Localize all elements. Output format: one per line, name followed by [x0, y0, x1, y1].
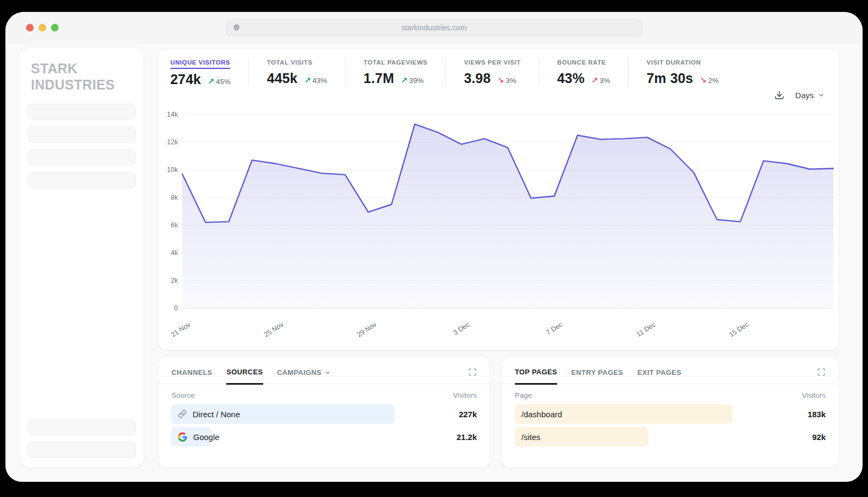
source-row-direct[interactable]: Direct / None 227k	[171, 404, 477, 424]
divider	[628, 59, 629, 85]
svg-text:3 Dec: 3 Dec	[452, 321, 471, 337]
chevron-down-icon	[818, 92, 825, 99]
svg-text:0: 0	[174, 304, 178, 312]
sources-tabs: CHANNELS SOURCES CAMPAIGNS	[158, 357, 490, 384]
page-row-sites[interactable]: /sites 92k	[515, 427, 826, 447]
metric-visit-duration[interactable]: VISIT DURATION 7m 30s ↘2%	[647, 57, 737, 86]
sidebar-nav-placeholder	[28, 419, 136, 435]
pages-panel: TOP PAGES ENTRY PAGES EXIT PAGES Page Vi…	[502, 357, 839, 468]
visitors-chart[interactable]: 02k4k6k8k10k12k14k21 Nov25 Nov29 Nov3 De…	[158, 106, 839, 349]
browser-chrome: starkindustries.com	[5, 12, 863, 43]
shield-icon	[233, 23, 241, 32]
google-icon	[178, 432, 187, 442]
sidebar-nav-placeholder	[28, 172, 136, 188]
svg-text:2k: 2k	[171, 277, 178, 284]
svg-text:21 Nov: 21 Nov	[170, 320, 192, 339]
source-visitors: 227k	[459, 410, 477, 419]
sidebar-nav-placeholder	[28, 104, 136, 120]
brand-line-2: INDUSTRIES	[31, 77, 132, 93]
svg-text:15 Dec: 15 Dec	[727, 321, 750, 339]
svg-text:7 Dec: 7 Dec	[545, 321, 564, 337]
divider	[539, 59, 539, 85]
trend-arrow: ↗	[591, 75, 598, 85]
window-controls	[26, 24, 59, 31]
source-label: Direct / None	[193, 410, 240, 419]
pages-table-header: Page Visitors	[502, 384, 839, 404]
page-label: /dashboard	[521, 410, 562, 419]
maximize-window-button[interactable]	[51, 24, 59, 31]
sidebar-nav-placeholder	[28, 126, 136, 143]
trend-arrow: ↘	[497, 75, 505, 85]
divider	[445, 59, 446, 85]
expand-icon	[817, 368, 826, 377]
source-row-google[interactable]: Google 21.2k	[171, 427, 477, 447]
svg-text:14k: 14k	[167, 111, 178, 118]
svg-text:29 Nov: 29 Nov	[356, 320, 378, 339]
svg-text:4k: 4k	[171, 249, 178, 257]
svg-text:6k: 6k	[171, 221, 178, 229]
expand-pages-button[interactable]	[817, 368, 826, 384]
interval-dropdown[interactable]: Days	[795, 91, 825, 100]
svg-text:10k: 10k	[167, 166, 178, 174]
tab-campaigns[interactable]: CAMPAIGNS	[277, 368, 331, 384]
url-text: starkindustries.com	[401, 23, 467, 32]
divider	[345, 59, 346, 85]
expand-icon	[468, 368, 477, 377]
sidebar-nav-placeholder	[28, 442, 136, 458]
tab-top-pages[interactable]: TOP PAGES	[515, 368, 557, 385]
svg-text:12k: 12k	[167, 138, 178, 146]
metrics-bar: UNIQUE VISITORS 274k ↗45% TOTAL VISITS 4…	[158, 49, 839, 87]
brand-line-1: STARK	[31, 61, 132, 77]
pages-tabs: TOP PAGES ENTRY PAGES EXIT PAGES	[502, 357, 839, 384]
address-bar[interactable]: starkindustries.com	[226, 19, 642, 36]
trend-arrow: ↗	[207, 77, 214, 86]
expand-sources-button[interactable]	[468, 368, 477, 384]
svg-text:8k: 8k	[171, 194, 178, 201]
trend-arrow: ↗	[400, 75, 407, 85]
chevron-down-icon	[324, 369, 331, 376]
tab-sources[interactable]: SOURCES	[226, 368, 263, 385]
chart-toolbar: Days	[774, 90, 825, 100]
page-row-dashboard[interactable]: /dashboard 183k	[515, 404, 826, 424]
source-visitors: 21.2k	[456, 432, 477, 442]
metric-unique-visitors[interactable]: UNIQUE VISITORS 274k ↗45%	[170, 57, 248, 87]
sources-panel: CHANNELS SOURCES CAMPAIGNS Source Visito…	[158, 357, 490, 468]
metric-total-pageviews[interactable]: TOTAL PAGEVIEWS 1.7M ↗39%	[363, 57, 445, 86]
metric-total-visits[interactable]: TOTAL VISITS 445k ↗43%	[267, 57, 345, 86]
metric-views-per-visit[interactable]: VIEWS PER VISIT 3.98 ↘3%	[464, 57, 539, 86]
close-window-button[interactable]	[26, 24, 34, 31]
link-icon	[178, 410, 187, 418]
divider	[248, 59, 249, 85]
visitors-chart-svg: 02k4k6k8k10k12k14k21 Nov25 Nov29 Nov3 De…	[158, 106, 839, 349]
browser-window: starkindustries.com STARK INDUSTRIES UNI…	[5, 12, 863, 482]
trend-arrow: ↗	[304, 75, 311, 85]
tab-exit-pages[interactable]: EXIT PAGES	[637, 368, 681, 384]
minimize-window-button[interactable]	[39, 24, 46, 31]
tab-channels[interactable]: CHANNELS	[171, 368, 212, 384]
download-icon	[774, 90, 784, 100]
page-visitors: 92k	[812, 432, 826, 442]
sidebar: STARK INDUSTRIES	[20, 48, 144, 468]
analytics-card: UNIQUE VISITORS 274k ↗45% TOTAL VISITS 4…	[158, 49, 839, 350]
brand-logo: STARK INDUSTRIES	[31, 61, 132, 93]
sources-table-header: Source Visitors	[158, 384, 490, 404]
sidebar-nav-placeholder	[28, 149, 136, 165]
metric-bounce-rate[interactable]: BOUNCE RATE 43% ↗3%	[557, 57, 628, 86]
tab-entry-pages[interactable]: ENTRY PAGES	[571, 368, 623, 384]
page-visitors: 183k	[808, 410, 826, 419]
download-button[interactable]	[774, 90, 784, 100]
trend-arrow: ↘	[700, 75, 707, 85]
svg-text:25 Nov: 25 Nov	[263, 320, 285, 339]
source-label: Google	[193, 432, 219, 442]
svg-text:11 Dec: 11 Dec	[635, 321, 657, 339]
page-label: /sites	[521, 432, 540, 442]
